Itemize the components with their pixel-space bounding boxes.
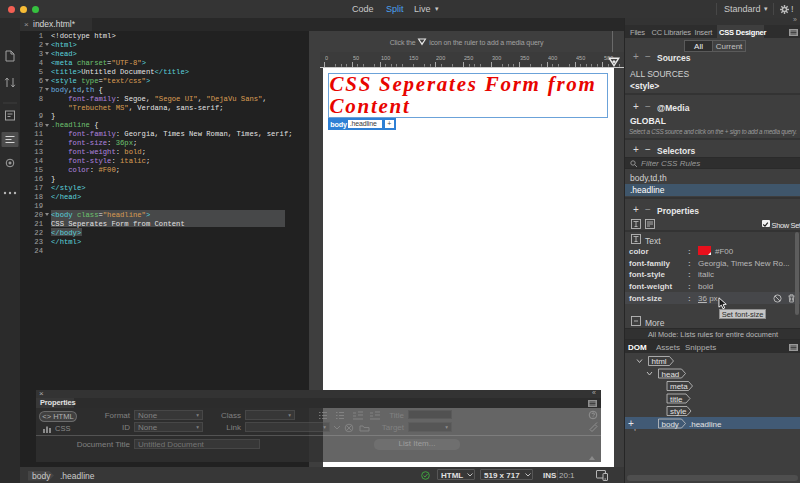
svg-text:style: style [670,407,687,416]
svg-text:meta: meta [670,382,688,391]
svg-text:body: body [662,419,679,428]
svg-text:html: html [652,357,667,366]
svg-text:head: head [662,369,680,378]
svg-text:.headline: .headline [689,419,722,428]
svg-text:title: title [670,394,683,403]
svg-text:,: , [634,424,636,431]
